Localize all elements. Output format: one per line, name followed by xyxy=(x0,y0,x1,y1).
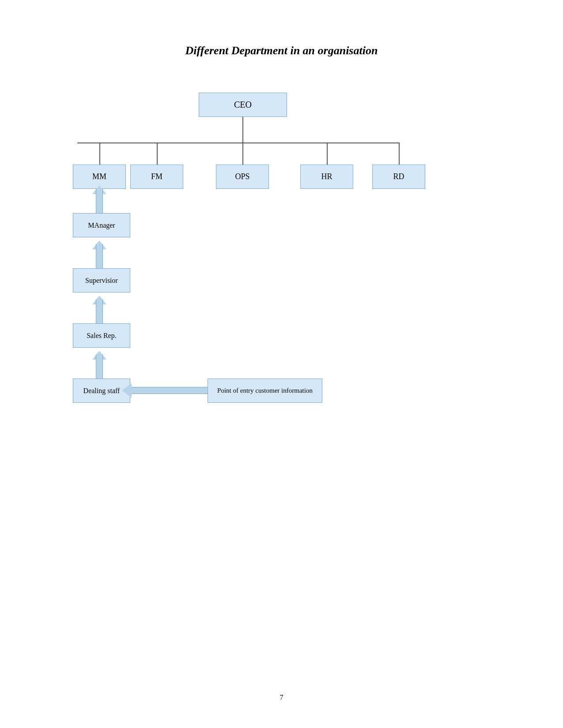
dept-rd-label: RD xyxy=(393,172,404,181)
vdrop-fm xyxy=(157,143,158,165)
arrow-shaft-supervisor-salesrep xyxy=(96,299,103,323)
arrow-shaft-manager-supervisor xyxy=(96,244,103,268)
poi-box: Point of entry customer information xyxy=(208,379,322,403)
horizontal-line xyxy=(77,143,400,143)
dept-box-ops: OPS xyxy=(216,165,269,189)
dealing-label: Dealing staff xyxy=(83,387,120,395)
vdrop-hr xyxy=(327,143,328,165)
dept-ops-label: OPS xyxy=(235,172,249,181)
ceo-box: CEO xyxy=(199,93,287,117)
supervisor-box: Supervisior xyxy=(73,268,130,293)
dept-box-hr: HR xyxy=(300,165,353,189)
dept-box-rd: RD xyxy=(372,165,425,189)
poi-arrow-head xyxy=(122,383,132,398)
dept-fm-label: FM xyxy=(151,172,162,181)
arrow-shaft-mm-manager xyxy=(96,189,103,213)
dept-hr-label: HR xyxy=(321,172,332,181)
poi-arrow-shaft xyxy=(130,387,208,394)
salesrep-label: Sales Rep. xyxy=(87,332,117,340)
manager-box: MAnager xyxy=(73,213,130,237)
vdrop-rd xyxy=(399,143,400,165)
vdrop-ops xyxy=(242,143,243,165)
ceo-vertical-line xyxy=(242,117,243,143)
page: Different Department in an organisation … xyxy=(0,0,563,728)
page-title: Different Department in an organisation xyxy=(0,44,563,57)
supervisor-label: Supervisior xyxy=(85,277,118,285)
salesrep-box: Sales Rep. xyxy=(73,323,130,348)
ceo-label: CEO xyxy=(234,100,252,110)
manager-label: MAnager xyxy=(88,221,115,229)
page-number: 7 xyxy=(0,694,563,702)
arrow-shaft-salesrep-dealing xyxy=(96,354,103,379)
poi-label: Point of entry customer information xyxy=(217,387,313,394)
vdrop-mm xyxy=(99,143,100,165)
dept-mm-label: MM xyxy=(92,172,106,181)
dept-box-fm: FM xyxy=(130,165,183,189)
